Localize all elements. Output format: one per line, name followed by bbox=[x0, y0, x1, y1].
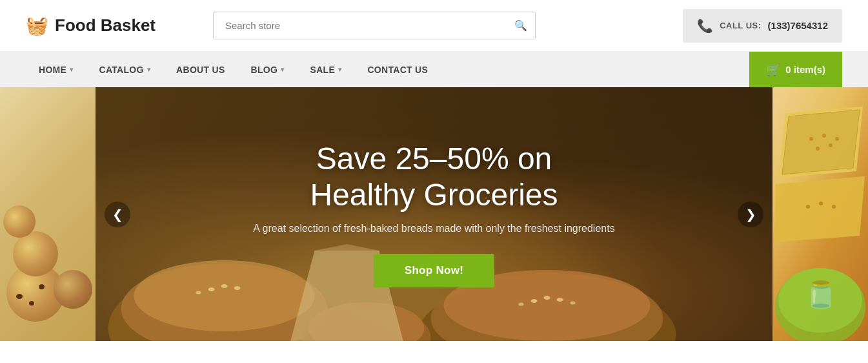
call-label: CALL US: bbox=[720, 21, 761, 30]
svg-point-5 bbox=[234, 286, 241, 290]
svg-point-14 bbox=[570, 302, 576, 305]
chevron-down-icon: ▾ bbox=[147, 66, 150, 73]
nav-item-catalog[interactable]: CATALOG ▾ bbox=[86, 52, 164, 87]
nav-label-contact: CONTACT US bbox=[367, 65, 428, 75]
nav-item-about[interactable]: ABOUT US bbox=[163, 52, 238, 87]
svg-point-3 bbox=[208, 287, 215, 291]
nav-label-sale: SALE bbox=[310, 65, 336, 75]
cart-button[interactable]: 🛒 0 item(s) bbox=[749, 52, 842, 87]
nav-item-contact[interactable]: CONTACT US bbox=[354, 52, 441, 87]
cart-icon: 🛒 bbox=[766, 63, 780, 77]
basket-icon: 🧺 bbox=[26, 15, 48, 36]
hero-main: Save 25–50% onHealthy Groceries A great … bbox=[96, 87, 772, 341]
svg-marker-24 bbox=[774, 176, 865, 242]
svg-point-21 bbox=[835, 137, 839, 141]
nav: HOME ▾ CATALOG ▾ ABOUT US BLOG ▾ SALE ▾ … bbox=[0, 52, 868, 87]
hero-left-panel bbox=[0, 87, 96, 341]
svg-point-13 bbox=[519, 303, 524, 306]
svg-point-20 bbox=[822, 134, 826, 138]
cart-count: 0 item(s) bbox=[785, 64, 825, 75]
nav-items: HOME ▾ CATALOG ▾ ABOUT US BLOG ▾ SALE ▾ … bbox=[26, 52, 749, 87]
header: 🧺 Food Basket 🔍 📞 CALL US: (133)7654312 bbox=[0, 0, 868, 52]
hero-right-panel: 🫙 bbox=[772, 87, 868, 341]
svg-point-4 bbox=[221, 284, 228, 288]
slider-prev-button[interactable]: ❮ bbox=[105, 202, 130, 227]
hero-subtitle: A great selection of fresh-baked breads … bbox=[253, 223, 614, 234]
search-area: 🔍 bbox=[213, 12, 536, 39]
svg-point-26 bbox=[819, 202, 823, 205]
logo-text: Food Basket bbox=[55, 16, 156, 36]
hero-title: Save 25–50% onHealthy Groceries bbox=[253, 141, 614, 212]
nav-item-sale[interactable]: SALE ▾ bbox=[298, 52, 355, 87]
svg-marker-18 bbox=[782, 110, 860, 174]
shop-now-button[interactable]: Shop Now! bbox=[374, 254, 494, 287]
call-area: 📞 CALL US: (133)7654312 bbox=[683, 9, 842, 43]
chevron-down-icon: ▾ bbox=[338, 66, 341, 73]
svg-text:🫙: 🫙 bbox=[805, 279, 837, 310]
call-number: (133)7654312 bbox=[768, 20, 828, 31]
nav-label-catalog: CATALOG bbox=[99, 65, 144, 75]
phone-icon: 📞 bbox=[697, 18, 713, 34]
chevron-down-icon: ▾ bbox=[70, 66, 73, 73]
cracker-visual: 🫙 bbox=[772, 87, 868, 341]
nav-label-about: ABOUT US bbox=[176, 65, 225, 75]
nav-item-home[interactable]: HOME ▾ bbox=[26, 52, 86, 87]
search-button[interactable]: 🔍 bbox=[506, 12, 536, 39]
hero-slider: Save 25–50% onHealthy Groceries A great … bbox=[0, 87, 868, 341]
nav-item-blog[interactable]: BLOG ▾ bbox=[238, 52, 298, 87]
logo-area: 🧺 Food Basket bbox=[26, 15, 194, 36]
search-icon: 🔍 bbox=[514, 19, 527, 32]
nav-label-home: HOME bbox=[39, 65, 66, 75]
svg-point-27 bbox=[832, 205, 836, 209]
chevron-down-icon: ▾ bbox=[281, 66, 284, 73]
svg-point-22 bbox=[816, 147, 820, 150]
svg-point-6 bbox=[196, 291, 201, 295]
search-input[interactable] bbox=[213, 12, 536, 39]
slider-next-button[interactable]: ❯ bbox=[738, 202, 763, 227]
nav-label-blog: BLOG bbox=[251, 65, 278, 75]
svg-point-19 bbox=[809, 137, 813, 141]
svg-point-23 bbox=[829, 143, 833, 147]
cookie-visual bbox=[0, 87, 96, 341]
svg-point-25 bbox=[806, 205, 810, 209]
hero-content: Save 25–50% onHealthy Groceries A great … bbox=[240, 128, 627, 300]
